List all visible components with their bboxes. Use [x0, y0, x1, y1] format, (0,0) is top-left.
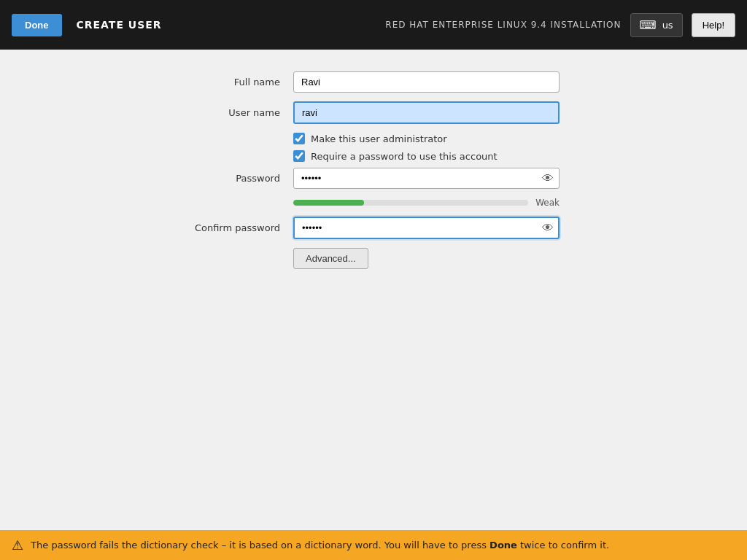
- require-password-row: Require a password to use this account: [293, 150, 629, 162]
- strength-bar-container: [293, 200, 528, 206]
- fullname-label: Full name: [118, 77, 293, 88]
- warning-icon: ⚠: [12, 537, 23, 553]
- header: Done CREATE USER RED HAT ENTERPRISE LINU…: [0, 0, 747, 50]
- password-label: Password: [118, 173, 293, 184]
- help-button[interactable]: Help!: [692, 13, 735, 37]
- make-admin-row: Make this user administrator: [293, 133, 629, 144]
- strength-text: Weak: [535, 198, 560, 208]
- password-input[interactable]: [293, 168, 560, 189]
- confirm-password-wrapper: 👁: [293, 217, 560, 239]
- password-toggle-button[interactable]: 👁: [542, 172, 554, 185]
- require-password-checkbox[interactable]: [293, 150, 305, 162]
- confirm-password-toggle-button[interactable]: 👁: [542, 222, 554, 235]
- keyboard-icon: ⌨: [640, 18, 657, 32]
- fullname-row: Full name: [118, 71, 629, 93]
- confirm-password-input[interactable]: [293, 217, 560, 239]
- warning-text: The password fails the dictionary check …: [31, 540, 609, 551]
- page-title: CREATE USER: [77, 19, 162, 31]
- confirm-password-label: Confirm password: [118, 222, 293, 233]
- strength-row: Weak: [293, 198, 560, 208]
- strength-bar-fill: [293, 200, 364, 206]
- header-right: RED HAT ENTERPRISE LINUX 9.4 INSTALLATIO…: [385, 13, 735, 37]
- advanced-row: Advanced...: [293, 248, 629, 269]
- header-left: Done CREATE USER: [12, 14, 162, 36]
- password-row: Password 👁: [118, 168, 629, 189]
- username-row: User name: [118, 101, 629, 124]
- password-wrapper: 👁: [293, 168, 560, 189]
- eye-icon: 👁: [542, 172, 554, 184]
- username-input[interactable]: [293, 101, 560, 124]
- done-button[interactable]: Done: [12, 14, 62, 36]
- keyboard-locale: us: [662, 20, 673, 31]
- advanced-button[interactable]: Advanced...: [293, 248, 368, 269]
- make-admin-checkbox[interactable]: [293, 133, 305, 144]
- make-admin-label[interactable]: Make this user administrator: [311, 133, 447, 144]
- username-label: User name: [118, 107, 293, 118]
- bottom-warning: ⚠ The password fails the dictionary chec…: [0, 530, 747, 560]
- os-title: RED HAT ENTERPRISE LINUX 9.4 INSTALLATIO…: [385, 20, 621, 30]
- confirm-password-row: Confirm password 👁: [118, 217, 629, 239]
- require-password-label[interactable]: Require a password to use this account: [311, 151, 498, 162]
- main-content: Full name User name Make this user admin…: [0, 50, 747, 291]
- confirm-eye-icon: 👁: [542, 222, 554, 234]
- keyboard-widget[interactable]: ⌨ us: [630, 13, 683, 37]
- fullname-input[interactable]: [293, 71, 560, 93]
- form-container: Full name User name Make this user admin…: [118, 71, 629, 269]
